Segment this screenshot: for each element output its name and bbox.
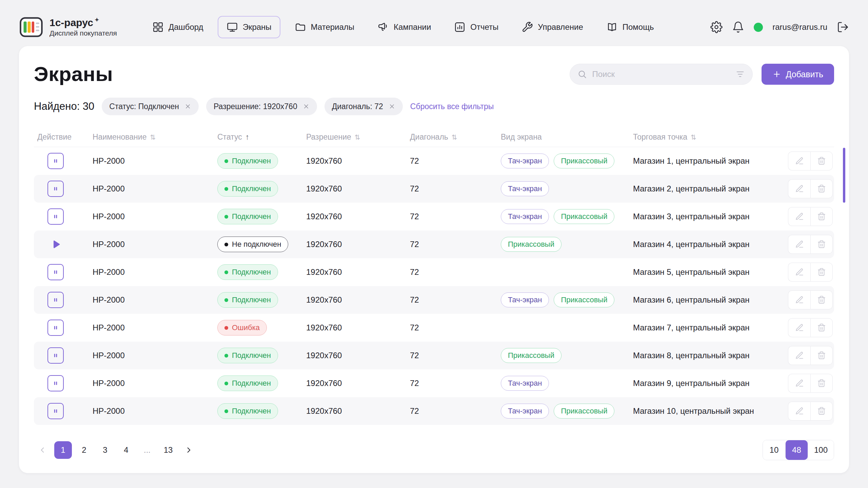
diagonal-cell: 72 [410, 212, 501, 221]
edit-button[interactable] [788, 318, 810, 337]
column-header[interactable]: Диагональ⇅ [410, 133, 501, 142]
sort-icon: ⇅ [691, 133, 696, 141]
status-label: Подключен [232, 407, 271, 415]
status-label: Подключен [232, 184, 271, 193]
pause-button[interactable] [47, 375, 64, 391]
logout-button[interactable] [837, 21, 849, 33]
pause-button[interactable] [47, 153, 64, 169]
nav-item-help[interactable]: Помощь [597, 16, 663, 38]
delete-button[interactable] [810, 263, 833, 282]
edit-button[interactable] [788, 402, 810, 421]
screens-table: ДействиеНаименование⇅Статус↑Разрешение⇅Д… [34, 127, 834, 425]
add-screen-button[interactable]: Добавить [762, 64, 834, 85]
status-pill: Подключен [217, 292, 278, 308]
pause-button[interactable] [47, 292, 64, 308]
gear-icon [710, 21, 723, 33]
pause-button[interactable] [47, 264, 64, 280]
delete-button[interactable] [810, 179, 833, 198]
nav-item-management[interactable]: Управление [513, 16, 592, 38]
resolution-cell: 1920x760 [306, 323, 410, 332]
notifications-button[interactable] [732, 21, 744, 33]
column-label: Торговая точка [633, 133, 687, 142]
edit-button[interactable] [788, 207, 810, 226]
column-header: Действие [34, 133, 93, 142]
nav-item-dashboard[interactable]: Дашборд [143, 16, 212, 38]
page-button[interactable]: 2 [75, 441, 93, 459]
pause-button[interactable] [47, 181, 64, 197]
table-row: HP-2000 Подключен 1920x760 72 Тач-экран … [34, 369, 834, 397]
column-header[interactable]: Наименование⇅ [93, 133, 217, 142]
action-cell [34, 320, 93, 336]
nav-item-screens[interactable]: Экраны [218, 16, 280, 38]
next-page-button[interactable] [180, 442, 197, 459]
screen-type-cell: Тач-экран [501, 376, 633, 391]
delete-button[interactable] [810, 235, 833, 254]
page-button[interactable]: 3 [96, 441, 114, 459]
pause-button[interactable] [47, 403, 64, 419]
screen-type-cell: Тач-экран [501, 181, 633, 196]
delete-button[interactable] [810, 290, 833, 309]
filter-icon [735, 69, 745, 79]
page-size-button[interactable]: 100 [808, 440, 834, 460]
page-size-button[interactable]: 10 [763, 440, 785, 460]
delete-button[interactable] [810, 374, 833, 393]
diagonal-cell: 72 [410, 351, 501, 360]
nav-item-label: Помощь [623, 22, 654, 32]
trash-icon [817, 240, 826, 249]
remove-filter-button[interactable] [303, 103, 310, 110]
page-button[interactable]: 4 [117, 441, 135, 459]
materials-icon [295, 21, 306, 33]
top-bar: 1с-рарус ✦ Дисплей покупателя ДашбордЭкр… [0, 0, 868, 39]
page-button[interactable]: 1 [54, 441, 72, 459]
search-input[interactable] [592, 69, 731, 79]
delete-button[interactable] [810, 151, 833, 170]
column-header[interactable]: Статус↑ [217, 133, 306, 142]
edit-button[interactable] [788, 263, 810, 282]
edit-button[interactable] [788, 346, 810, 365]
edit-button[interactable] [788, 151, 810, 170]
table-scrollbar[interactable] [843, 148, 845, 203]
filter-chip-label: Статус: Подключен [109, 102, 179, 111]
page-size-button[interactable]: 48 [785, 440, 808, 460]
pause-button[interactable] [47, 320, 64, 336]
reset-filters-link[interactable]: Сбросить все фильтры [410, 102, 494, 111]
trash-icon [817, 379, 826, 388]
search-icon [577, 69, 587, 79]
trash-icon [817, 268, 826, 277]
screen-type-pill: Прикассовый [554, 154, 614, 168]
status-pill: Подключен [217, 264, 278, 280]
delete-button[interactable] [810, 207, 833, 226]
nav-item-materials[interactable]: Материалы [286, 16, 363, 38]
remove-filter-button[interactable] [184, 103, 191, 110]
status-cell: Подключен [217, 403, 306, 419]
edit-button[interactable] [788, 290, 810, 309]
pause-button[interactable] [47, 347, 64, 364]
screen-type-pill: Тач-экран [501, 376, 549, 391]
column-header[interactable]: Разрешение⇅ [306, 133, 410, 142]
column-label: Статус [217, 133, 242, 142]
diagonal-cell: 72 [410, 406, 501, 416]
delete-button[interactable] [810, 346, 833, 365]
column-header[interactable]: Торговая точка⇅ [633, 133, 783, 142]
user-area: rarus@rarus.ru [710, 21, 849, 33]
user-status-dot[interactable] [754, 23, 763, 32]
remove-filter-button[interactable] [389, 103, 395, 110]
pause-button[interactable] [47, 208, 64, 225]
play-button[interactable] [47, 236, 64, 252]
edit-button[interactable] [788, 374, 810, 393]
dashboard-icon [152, 21, 164, 33]
delete-button[interactable] [810, 318, 833, 337]
nav-item-campaigns[interactable]: Кампании [369, 16, 440, 38]
row-actions [783, 402, 834, 421]
page-button[interactable]: 13 [159, 441, 177, 459]
nav-item-reports[interactable]: Отчеты [445, 16, 507, 38]
edit-button[interactable] [788, 235, 810, 254]
edit-button[interactable] [788, 179, 810, 198]
previous-page-button[interactable] [34, 442, 51, 459]
delete-button[interactable] [810, 402, 833, 421]
filter-button[interactable] [735, 69, 745, 79]
chevron-left-icon [38, 446, 47, 454]
table-row: HP-2000 Подключен 1920x760 72 Тач-экранП… [34, 147, 834, 175]
screen-type-pill: Тач-экран [501, 154, 549, 168]
settings-button[interactable] [710, 21, 723, 33]
